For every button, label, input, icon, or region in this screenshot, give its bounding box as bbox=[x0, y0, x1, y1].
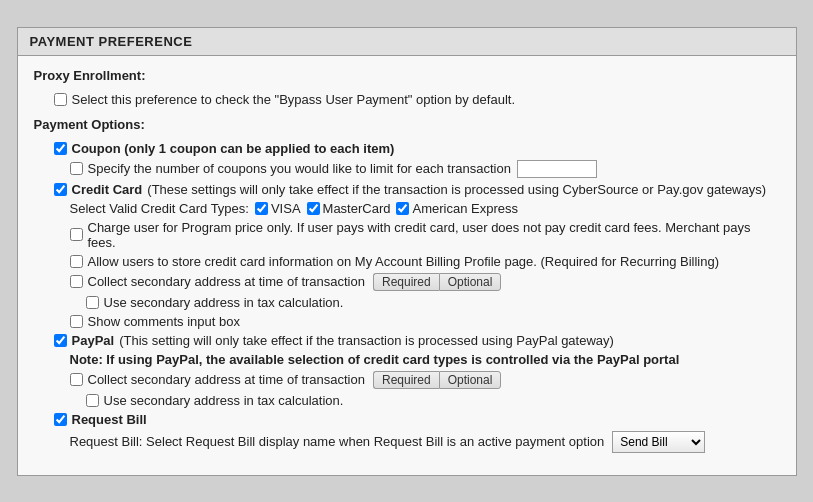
coupon-limit-row: Specify the number of coupons you would … bbox=[34, 160, 780, 178]
allow-store-row: Allow users to store credit card informa… bbox=[34, 254, 780, 269]
paypal-note2-text: Note: If using PayPal, the available sel… bbox=[70, 352, 680, 367]
paypal-checkbox[interactable] bbox=[54, 334, 67, 347]
show-comments-row: Show comments input box bbox=[34, 314, 780, 329]
paypal-note: (This setting will only take effect if t… bbox=[119, 333, 614, 348]
request-bill-sub-text: Request Bill: Select Request Bill displa… bbox=[70, 434, 605, 449]
credit-card-checkbox[interactable] bbox=[54, 183, 67, 196]
coupon-limit-input[interactable] bbox=[517, 160, 597, 178]
mastercard-checkbox[interactable] bbox=[307, 202, 320, 215]
cc-use-secondary-tax-checkbox[interactable] bbox=[86, 296, 99, 309]
allow-store-label[interactable]: Allow users to store credit card informa… bbox=[70, 254, 720, 269]
cc-required-button[interactable]: Required bbox=[373, 273, 439, 291]
charge-user-checkbox[interactable] bbox=[70, 228, 83, 241]
request-bill-label[interactable]: Request Bill bbox=[54, 412, 147, 427]
cc-use-secondary-tax-text: Use secondary address in tax calculation… bbox=[104, 295, 344, 310]
amex-label[interactable]: American Express bbox=[396, 201, 517, 216]
cc-optional-button[interactable]: Optional bbox=[439, 273, 502, 291]
payment-options-title-row: Payment Options: bbox=[34, 117, 780, 137]
request-bill-select[interactable]: Send Bill Request Bill Invoice bbox=[612, 431, 705, 453]
amex-text: American Express bbox=[412, 201, 517, 216]
allow-store-checkbox[interactable] bbox=[70, 255, 83, 268]
request-bill-checkbox[interactable] bbox=[54, 413, 67, 426]
coupon-limit-label[interactable]: Specify the number of coupons you would … bbox=[70, 161, 511, 176]
valid-types-label: Select Valid Credit Card Types: bbox=[70, 201, 249, 216]
paypal-label[interactable]: PayPal (This setting will only take effe… bbox=[54, 333, 614, 348]
request-bill-sub-row: Request Bill: Select Request Bill displa… bbox=[34, 431, 780, 453]
proxy-enrollment-title-row: Proxy Enrollment: bbox=[34, 68, 780, 88]
cc-use-secondary-tax-label[interactable]: Use secondary address in tax calculation… bbox=[86, 295, 344, 310]
charge-user-text: Charge user for Program price only. If u… bbox=[88, 220, 780, 250]
cc-collect-secondary-text: Collect secondary address at time of tra… bbox=[88, 274, 365, 289]
paypal-use-secondary-tax-text: Use secondary address in tax calculation… bbox=[104, 393, 344, 408]
mastercard-text: MasterCard bbox=[323, 201, 391, 216]
cc-collect-secondary-row: Collect secondary address at time of tra… bbox=[34, 273, 780, 291]
cc-collect-secondary-label[interactable]: Collect secondary address at time of tra… bbox=[70, 274, 365, 289]
payment-options-label: Payment Options: bbox=[34, 117, 145, 132]
mastercard-label[interactable]: MasterCard bbox=[307, 201, 391, 216]
valid-card-types-row: Select Valid Credit Card Types: VISA Mas… bbox=[34, 201, 780, 216]
show-comments-checkbox[interactable] bbox=[70, 315, 83, 328]
allow-store-text: Allow users to store credit card informa… bbox=[88, 254, 720, 269]
coupon-row: Coupon (only 1 coupon can be applied to … bbox=[34, 141, 780, 156]
paypal-note2-row: Note: If using PayPal, the available sel… bbox=[34, 352, 780, 367]
paypal-use-secondary-tax-checkbox[interactable] bbox=[86, 394, 99, 407]
payment-preference-panel: PAYMENT PREFERENCE Proxy Enrollment: Sel… bbox=[17, 27, 797, 476]
panel-title: PAYMENT PREFERENCE bbox=[18, 28, 796, 56]
paypal-collect-secondary-label[interactable]: Collect secondary address at time of tra… bbox=[70, 372, 365, 387]
coupon-checkbox[interactable] bbox=[54, 142, 67, 155]
request-bill-text: Request Bill bbox=[72, 412, 147, 427]
credit-card-label[interactable]: Credit Card (These settings will only ta… bbox=[54, 182, 767, 197]
paypal-collect-secondary-checkbox[interactable] bbox=[70, 373, 83, 386]
show-comments-text: Show comments input box bbox=[88, 314, 240, 329]
paypal-row: PayPal (This setting will only take effe… bbox=[34, 333, 780, 348]
amex-checkbox[interactable] bbox=[396, 202, 409, 215]
paypal-use-secondary-tax-row: Use secondary address in tax calculation… bbox=[34, 393, 780, 408]
credit-card-row: Credit Card (These settings will only ta… bbox=[34, 182, 780, 197]
show-comments-label[interactable]: Show comments input box bbox=[70, 314, 240, 329]
charge-user-label[interactable]: Charge user for Program price only. If u… bbox=[70, 220, 780, 250]
paypal-collect-secondary-text: Collect secondary address at time of tra… bbox=[88, 372, 365, 387]
visa-checkbox[interactable] bbox=[255, 202, 268, 215]
coupon-label[interactable]: Coupon (only 1 coupon can be applied to … bbox=[54, 141, 395, 156]
request-bill-row: Request Bill bbox=[34, 412, 780, 427]
visa-label[interactable]: VISA bbox=[255, 201, 301, 216]
bypass-payment-checkbox[interactable] bbox=[54, 93, 67, 106]
visa-text: VISA bbox=[271, 201, 301, 216]
paypal-address-btn-group: Required Optional bbox=[373, 371, 501, 389]
proxy-enrollment-label: Proxy Enrollment: bbox=[34, 68, 146, 83]
bypass-payment-row: Select this preference to check the "Byp… bbox=[34, 92, 780, 107]
bypass-payment-label[interactable]: Select this preference to check the "Byp… bbox=[54, 92, 516, 107]
paypal-text: PayPal bbox=[72, 333, 115, 348]
proxy-enrollment-section: Proxy Enrollment: Select this preference… bbox=[34, 68, 780, 107]
cc-address-btn-group: Required Optional bbox=[373, 273, 501, 291]
cc-use-secondary-tax-row: Use secondary address in tax calculation… bbox=[34, 295, 780, 310]
paypal-collect-secondary-row: Collect secondary address at time of tra… bbox=[34, 371, 780, 389]
paypal-required-button[interactable]: Required bbox=[373, 371, 439, 389]
panel-body: Proxy Enrollment: Select this preference… bbox=[18, 56, 796, 475]
coupon-text: Coupon (only 1 coupon can be applied to … bbox=[72, 141, 395, 156]
credit-card-note: (These settings will only take effect if… bbox=[147, 182, 766, 197]
payment-options-section: Payment Options: Coupon (only 1 coupon c… bbox=[34, 117, 780, 453]
credit-card-text: Credit Card bbox=[72, 182, 143, 197]
bypass-payment-text: Select this preference to check the "Byp… bbox=[72, 92, 516, 107]
charge-user-row: Charge user for Program price only. If u… bbox=[34, 220, 780, 250]
coupon-limit-text: Specify the number of coupons you would … bbox=[88, 161, 511, 176]
cc-collect-secondary-checkbox[interactable] bbox=[70, 275, 83, 288]
paypal-optional-button[interactable]: Optional bbox=[439, 371, 502, 389]
coupon-limit-checkbox[interactable] bbox=[70, 162, 83, 175]
paypal-use-secondary-tax-label[interactable]: Use secondary address in tax calculation… bbox=[86, 393, 344, 408]
